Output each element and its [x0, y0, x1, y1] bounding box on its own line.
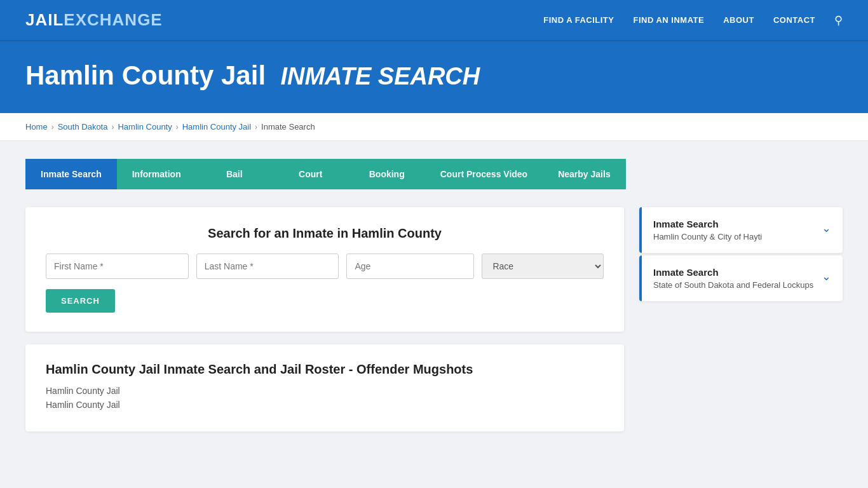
breadcrumb-hamlin-county-jail[interactable]: Hamlin County Jail [182, 122, 251, 132]
sep-1: › [51, 123, 54, 132]
tab-booking[interactable]: Booking [349, 159, 425, 189]
info-line1: Hamlin County Jail [46, 386, 604, 396]
age-input[interactable] [346, 254, 474, 279]
tabs-section: Inmate Search Information Bail Court Boo… [0, 141, 868, 189]
sep-4: › [255, 123, 257, 132]
search-fields: Race White Black Hispanic Asian Native A… [46, 254, 604, 279]
breadcrumb-bar: Home › South Dakota › Hamlin County › Ha… [0, 113, 868, 141]
chevron-down-icon-1: ⌄ [822, 221, 831, 235]
search-card: Search for an Inmate in Hamlin County Ra… [25, 207, 624, 332]
sidebar-card-2-content: Inmate Search State of South Dakota and … [653, 267, 813, 290]
logo-jail: JAIL [25, 10, 64, 29]
search-icon[interactable]: ⚲ [834, 13, 843, 27]
right-column: Inmate Search Hamlin County & City of Ha… [639, 207, 843, 431]
tab-information[interactable]: Information [117, 159, 196, 189]
sidebar-card-2-subtitle: State of South Dakota and Federal Lockup… [653, 280, 813, 290]
nav-find-facility[interactable]: FIND A FACILITY [543, 15, 614, 25]
chevron-down-icon-2: ⌄ [822, 269, 831, 283]
race-select[interactable]: Race White Black Hispanic Asian Native A… [482, 254, 604, 279]
info-line2: Hamlin County Jail [46, 400, 604, 410]
main-nav: FIND A FACILITY FIND AN INMATE ABOUT CON… [543, 13, 843, 27]
hero-title-italic: INMATE SEARCH [280, 63, 480, 90]
logo-exchange: EXCHANGE [64, 10, 162, 29]
nav-about[interactable]: ABOUT [723, 15, 754, 25]
tab-court[interactable]: Court [273, 159, 349, 189]
sidebar-card-1-header[interactable]: Inmate Search Hamlin County & City of Ha… [639, 207, 843, 253]
main-content: Search for an Inmate in Hamlin County Ra… [0, 189, 868, 449]
tab-nearby-jails[interactable]: Nearby Jails [543, 159, 626, 189]
tab-inmate-search[interactable]: Inmate Search [25, 159, 117, 189]
tab-bail[interactable]: Bail [196, 159, 273, 189]
breadcrumb-south-dakota[interactable]: South Dakota [58, 122, 108, 132]
breadcrumb-current: Inmate Search [261, 122, 315, 132]
tabs-bar: Inmate Search Information Bail Court Boo… [25, 159, 843, 189]
page-title: Hamlin County Jail INMATE SEARCH [25, 60, 843, 91]
hero-title-main: Hamlin County Jail [25, 60, 266, 90]
search-button[interactable]: SEARCH [46, 289, 115, 313]
left-column: Search for an Inmate in Hamlin County Ra… [25, 207, 624, 431]
sidebar-card-1-content: Inmate Search Hamlin County & City of Ha… [653, 219, 762, 241]
sep-2: › [111, 123, 114, 132]
sidebar-card-1-title: Inmate Search [653, 219, 762, 229]
last-name-input[interactable] [196, 254, 339, 279]
sidebar-card-1: Inmate Search Hamlin County & City of Ha… [639, 207, 843, 253]
info-card: Hamlin County Jail Inmate Search and Jai… [25, 344, 624, 431]
sidebar-card-2-header[interactable]: Inmate Search State of South Dakota and … [639, 255, 843, 301]
nav-find-inmate[interactable]: FIND AN INMATE [633, 15, 704, 25]
breadcrumb: Home › South Dakota › Hamlin County › Ha… [25, 122, 843, 132]
search-title: Search for an Inmate in Hamlin County [46, 226, 604, 241]
header: JAILEXCHANGE FIND A FACILITY FIND AN INM… [0, 0, 868, 41]
breadcrumb-home[interactable]: Home [25, 122, 48, 132]
hero-section: Hamlin County Jail INMATE SEARCH [0, 41, 868, 113]
breadcrumb-hamlin-county[interactable]: Hamlin County [118, 122, 172, 132]
sidebar-card-1-subtitle: Hamlin County & City of Hayti [653, 232, 762, 241]
sidebar-card-2: Inmate Search State of South Dakota and … [639, 255, 843, 301]
sidebar-card-2-title: Inmate Search [653, 267, 813, 278]
tab-court-process-video[interactable]: Court Process Video [425, 159, 543, 189]
info-title: Hamlin County Jail Inmate Search and Jai… [46, 362, 604, 377]
logo[interactable]: JAILEXCHANGE [25, 10, 163, 30]
first-name-input[interactable] [46, 254, 189, 279]
nav-contact[interactable]: CONTACT [773, 15, 815, 25]
sep-3: › [176, 123, 179, 132]
